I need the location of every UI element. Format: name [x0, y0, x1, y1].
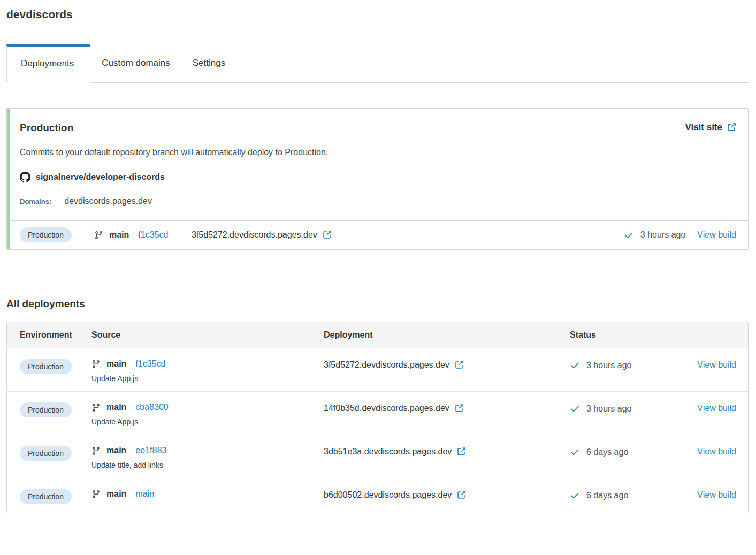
view-build-link[interactable]: View build [697, 490, 736, 500]
domains-value: devdiscords.pages.dev [64, 196, 152, 206]
column-header-deployment: Deployment [324, 330, 570, 340]
commit-link[interactable]: f1c35cd [138, 230, 168, 240]
repo-name: signalnerve/developer-discords [36, 172, 165, 182]
external-link-icon[interactable] [454, 360, 464, 370]
status-time: 3 hours ago [640, 230, 686, 240]
external-link-icon [727, 123, 736, 132]
visit-site-label: Visit site [685, 122, 722, 133]
branch-name: main [109, 230, 129, 240]
branch-name: main [106, 446, 126, 455]
commit-message: Update title, add links [91, 461, 324, 469]
deployment-url: 3f5d5272.devdiscords.pages.dev [192, 230, 317, 240]
status-time: 3 hours ago [586, 361, 632, 370]
page-title: devdiscords [6, 8, 749, 21]
view-build-link[interactable]: View build [697, 447, 736, 457]
column-header-environment: Environment [20, 330, 91, 340]
view-build-link[interactable]: View build [697, 230, 736, 240]
view-build-link[interactable]: View build [697, 360, 736, 370]
table-row: Production main cba8300 Update App.js 14… [7, 391, 748, 435]
commit-message: Update App.js [91, 374, 324, 383]
external-link-icon[interactable] [456, 490, 466, 500]
success-check-icon [624, 230, 634, 240]
column-header-source: Source [91, 330, 324, 340]
git-branch-icon [91, 490, 101, 499]
success-check-icon [570, 404, 580, 414]
environment-badge: Production [20, 489, 72, 504]
table-row: Production main f1c35cd Update App.js 3f… [7, 348, 748, 391]
tab-custom-domains[interactable]: Custom domains [90, 44, 181, 82]
tab-settings[interactable]: Settings [181, 44, 236, 82]
external-link-icon[interactable] [454, 404, 464, 413]
column-header-status: Status [570, 330, 675, 340]
deployment-url: 14f0b35d.devdiscords.pages.dev [324, 404, 449, 413]
external-link-icon[interactable] [322, 230, 332, 240]
git-branch-icon [91, 360, 101, 369]
table-row: Production main ee1f883 Update title, ad… [7, 435, 748, 478]
domains-label: Domains: [20, 197, 51, 206]
commit-link[interactable]: main [135, 489, 154, 499]
production-card-title: Production [20, 122, 73, 134]
view-build-link[interactable]: View build [697, 404, 736, 413]
branch-name: main [106, 402, 126, 412]
git-branch-icon [94, 231, 103, 240]
github-icon [20, 172, 30, 183]
deployment-url: 3db51e3a.devdiscords.pages.dev [324, 447, 452, 457]
tab-deployments[interactable]: Deployments [6, 44, 90, 83]
production-card-description: Commits to your default repository branc… [10, 134, 748, 157]
git-branch-icon [91, 403, 101, 412]
deployment-url: b6d00502.devdiscords.pages.dev [324, 490, 452, 500]
git-branch-icon [91, 446, 101, 455]
environment-badge: Production [20, 359, 72, 374]
table-row: Production main main b6d00502.devdiscord… [7, 478, 748, 513]
commit-link[interactable]: cba8300 [135, 402, 168, 412]
branch-name: main [106, 359, 126, 369]
commit-link[interactable]: f1c35cd [135, 359, 165, 369]
environment-badge: Production [20, 402, 72, 417]
deployments-table-body: Production main f1c35cd Update App.js 3f… [7, 348, 748, 513]
commit-link[interactable]: ee1f883 [135, 446, 166, 455]
external-link-icon[interactable] [456, 447, 466, 457]
visit-site-link[interactable]: Visit site [685, 122, 736, 133]
deployments-table: Environment Source Deployment Status Pro… [6, 322, 749, 513]
environment-badge: Production [20, 446, 72, 461]
production-deployment-row: Production main f1c35cd 3f5d5272.devdisc… [10, 220, 748, 249]
success-check-icon [570, 490, 580, 500]
deployments-table-header: Environment Source Deployment Status [7, 322, 748, 348]
production-card: Production Visit site Commits to your de… [6, 108, 749, 250]
commit-message: Update App.js [91, 417, 324, 426]
deployment-url: 3f5d5272.devdiscords.pages.dev [324, 360, 449, 370]
status-time: 6 days ago [586, 491, 628, 500]
environment-badge: Production [20, 227, 72, 242]
status-time: 6 days ago [586, 447, 628, 457]
branch-name: main [106, 489, 126, 499]
success-check-icon [570, 360, 580, 370]
success-check-icon [570, 447, 580, 457]
status-time: 3 hours ago [586, 404, 632, 414]
tab-bar: Deployments Custom domains Settings [6, 44, 749, 83]
all-deployments-title: All deployments [6, 298, 749, 310]
